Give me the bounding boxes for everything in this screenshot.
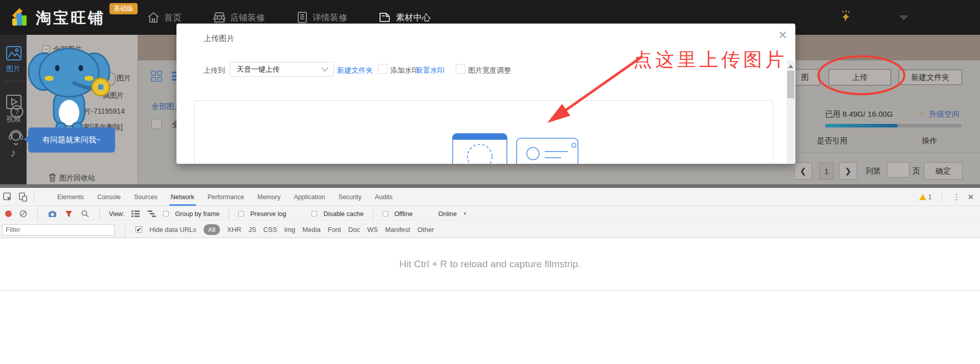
offline-checkbox[interactable] <box>383 211 388 217</box>
filter-type-js[interactable]: JS <box>249 226 256 233</box>
new-folder-link[interactable]: 新建文件夹 <box>337 66 373 75</box>
inspect-element-icon[interactable] <box>0 190 15 204</box>
filter-type-media[interactable]: Media <box>302 226 320 233</box>
select-all-checkbox[interactable] <box>151 119 162 129</box>
hide-data-urls-label: Hide data URLs <box>149 226 196 233</box>
tab-network[interactable]: Network <box>164 188 201 206</box>
page-bottom-strip <box>0 184 980 188</box>
throttling-dropdown[interactable]: Online <box>438 210 457 218</box>
hide-data-urls-checkbox[interactable]: ✔ <box>136 226 142 233</box>
sidebar-item-video[interactable]: 视频 <box>0 115 27 124</box>
warning-count: 1 <box>928 194 932 201</box>
tab-console[interactable]: Console <box>91 188 127 206</box>
devtools-close-icon[interactable]: ✕ <box>967 192 974 202</box>
view-waterfall-icon[interactable] <box>147 207 157 221</box>
throttling-caret-icon[interactable]: ▼ <box>463 211 467 216</box>
page-number-button[interactable]: 1 <box>819 162 834 180</box>
material-folder-icon <box>379 12 391 23</box>
view-list-icon[interactable] <box>130 207 141 221</box>
tab-performance[interactable]: Performance <box>201 188 251 206</box>
folder-select-dropdown[interactable]: 天音一键上传 <box>230 62 334 77</box>
star-icon: ☆ <box>918 109 925 118</box>
modal-scrollbar[interactable] <box>787 60 795 164</box>
tutorial-circle-highlight <box>816 54 906 98</box>
devtools-menu-icon[interactable]: ⋮ <box>952 192 960 202</box>
tree-item-fragment-b[interactable]: 图片 <box>117 74 131 83</box>
confirm-page-button[interactable]: 确定 <box>924 162 963 180</box>
toolbar-divider <box>37 208 38 220</box>
filter-type-css[interactable]: CSS <box>263 226 277 233</box>
new-folder-button[interactable]: 新建文件夹 <box>899 70 962 85</box>
filter-type-all[interactable]: All <box>204 224 220 235</box>
picture-recycle-bin[interactable]: 图片回收站 <box>49 173 95 183</box>
tab-audits[interactable]: Audits <box>368 188 399 206</box>
group-by-frame-checkbox[interactable] <box>163 211 169 217</box>
upload-illustration-icon <box>445 131 593 164</box>
account-chevron-down-icon[interactable] <box>899 15 908 20</box>
page-unit-label: 页 <box>912 166 920 176</box>
capture-screenshots-icon[interactable] <box>47 207 57 221</box>
tab-sources[interactable]: Sources <box>127 188 164 206</box>
filter-funnel-icon[interactable] <box>63 207 74 221</box>
mascot-speech-bubble[interactable]: 有问题就来问我~ <box>28 127 115 153</box>
grid-view-icon[interactable] <box>151 71 162 84</box>
record-button[interactable] <box>5 210 12 217</box>
width-adjust-checkbox[interactable] <box>456 64 465 74</box>
preserve-log-checkbox[interactable] <box>238 211 244 217</box>
devtools-panel: Elements Console Sources Network Perform… <box>0 188 980 364</box>
filter-type-manifest[interactable]: Manifest <box>385 226 410 233</box>
member-crown-icon[interactable] <box>839 10 853 26</box>
shop-icon <box>213 12 226 23</box>
disable-cache-checkbox[interactable] <box>311 211 317 217</box>
storage-progress-fill <box>825 124 898 127</box>
offline-label: Offline <box>394 210 413 218</box>
toolbar-divider <box>125 224 125 235</box>
elephant-mascot[interactable] <box>26 46 113 136</box>
music-note-icon[interactable]: ♪ <box>10 146 16 160</box>
filter-type-img[interactable]: Img <box>284 226 296 233</box>
network-filter-bar: ✔ Hide data URLs All XHR JS CSS Img Medi… <box>0 222 980 238</box>
scrollbar-thumb[interactable] <box>787 71 794 98</box>
preserve-log-label: Preserve log <box>250 210 286 218</box>
toolbar-divider <box>99 208 100 220</box>
device-toolbar-icon[interactable] <box>15 190 31 204</box>
sidebar-item-pictures[interactable]: 图片 <box>0 65 27 74</box>
console-warning-indicator[interactable]: 1 <box>919 194 932 201</box>
tab-application[interactable]: Application <box>287 188 331 206</box>
filter-type-font[interactable]: Font <box>328 226 341 233</box>
toolbar-divider <box>942 191 942 203</box>
scroll-up-icon[interactable] <box>788 65 793 68</box>
select-chevron-down-icon <box>321 67 328 72</box>
filter-type-doc[interactable]: Doc <box>348 226 360 233</box>
filter-type-xhr[interactable]: XHR <box>227 226 241 233</box>
toolbar-divider <box>229 208 229 220</box>
view-label: View: <box>109 210 124 218</box>
set-watermark-link[interactable]: 设置水印 <box>416 66 444 75</box>
add-watermark-checkbox[interactable] <box>378 64 388 74</box>
filter-type-other[interactable]: Other <box>417 226 434 233</box>
pictures-icon[interactable] <box>6 46 21 62</box>
width-adjust-label: 图片宽度调整 <box>468 66 511 75</box>
tab-memory[interactable]: Memory <box>251 188 287 206</box>
nav-item-material-center[interactable]: 素材中心 <box>379 12 431 24</box>
nav-item-detail-decorate[interactable]: 详情装修 <box>297 12 347 24</box>
nav-item-home[interactable]: 首页 <box>147 12 182 24</box>
clear-icon[interactable] <box>18 207 28 221</box>
left-sidebar: 图片 ? 视频 ♪ <box>0 35 27 188</box>
storage-used-text: 已用 8.49G/ 16.00G <box>825 110 893 119</box>
tab-elements[interactable]: Elements <box>51 188 91 206</box>
tab-security[interactable]: Security <box>332 188 368 206</box>
search-icon[interactable] <box>80 207 90 221</box>
filter-input[interactable] <box>2 224 115 235</box>
bubble-text: 有问题就来问我~ <box>42 135 101 145</box>
nav-item-shop-decorate[interactable]: 店铺装修 <box>213 12 265 24</box>
page-prev-button[interactable]: ❮ <box>794 162 812 180</box>
upgrade-space-link[interactable]: 升级空间 <box>929 110 960 119</box>
recycle-bin-label: 图片回收站 <box>59 174 95 183</box>
modal-close-icon[interactable]: ✕ <box>778 29 787 42</box>
filter-type-ws[interactable]: WS <box>367 226 378 233</box>
toolbar-divider <box>34 191 34 203</box>
storage-progress-bar <box>825 124 962 127</box>
page-next-button[interactable]: ❯ <box>839 162 857 180</box>
goto-page-input[interactable] <box>887 162 909 178</box>
